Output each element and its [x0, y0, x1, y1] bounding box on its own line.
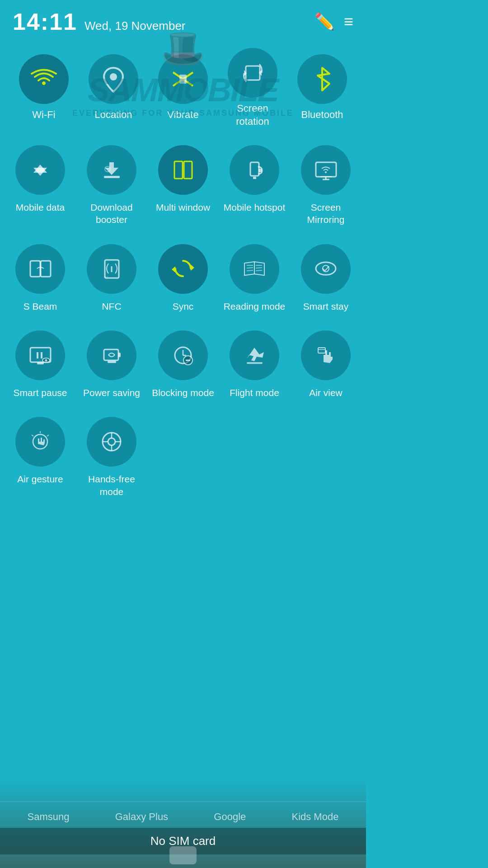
svg-rect-38 — [104, 349, 118, 360]
home-button[interactable] — [169, 846, 197, 864]
flight-mode-circle[interactable] — [230, 330, 279, 380]
tab-kids-mode[interactable]: Kids Mode — [282, 807, 347, 827]
blocking-mode-label: Blocking mode — [152, 387, 214, 399]
svg-point-51 — [108, 438, 115, 445]
nfc-label: NFC — [102, 300, 121, 312]
grid-item-mobile-data[interactable]: Mobile data — [5, 137, 76, 236]
air-gesture-icon — [28, 429, 53, 454]
mobile-hotspot-icon — [242, 158, 267, 183]
toggle-bluetooth-circle[interactable] — [297, 54, 347, 104]
bluetooth-icon — [312, 66, 333, 93]
svg-rect-4 — [246, 66, 260, 80]
toggle-screen-rotation-label: Screen rotation — [221, 102, 284, 128]
air-view-label: Air view — [309, 387, 343, 399]
mobile-data-icon — [28, 158, 53, 183]
grid-item-air-view[interactable]: Air view — [290, 322, 361, 409]
power-saving-icon — [99, 343, 124, 368]
grid-item-hands-free-mode[interactable]: Hands-free mode — [76, 409, 147, 508]
toggle-wifi[interactable]: Wi-Fi — [12, 54, 75, 122]
multi-window-icon — [171, 158, 196, 183]
blocking-mode-circle[interactable] — [158, 330, 208, 380]
toggle-vibrate-circle[interactable] — [158, 54, 208, 104]
smart-pause-circle[interactable] — [15, 330, 65, 380]
svg-marker-21 — [191, 264, 194, 271]
toggle-screen-rotation-circle[interactable] — [228, 48, 277, 98]
multi-window-label: Multi window — [156, 201, 210, 213]
tab-galaxy-plus[interactable]: Galaxy Plus — [106, 807, 177, 827]
air-gesture-circle[interactable] — [15, 417, 65, 467]
grid-item-blocking-mode[interactable]: Blocking mode — [147, 322, 219, 409]
mobile-hotspot-circle[interactable] — [230, 145, 279, 195]
nfc-circle[interactable]: NFC — [87, 244, 136, 294]
status-bar: 14:11 Wed, 19 November ✏️ ≡ — [0, 0, 366, 39]
power-saving-circle[interactable] — [87, 330, 136, 380]
download-booster-icon — [99, 158, 124, 183]
svg-point-31 — [323, 265, 329, 272]
grid-item-smart-stay[interactable]: Smart stay — [290, 236, 361, 322]
grid-item-mobile-hotspot[interactable]: Mobile hotspot — [219, 137, 290, 236]
s-beam-label: S Beam — [23, 300, 57, 312]
svg-line-25 — [247, 268, 253, 268]
toggle-wifi-label: Wi-Fi — [32, 108, 55, 122]
toggle-screen-rotation[interactable]: Screen rotation — [221, 48, 284, 128]
toggle-vibrate[interactable]: Vibrate — [151, 54, 215, 122]
toggle-location[interactable]: Location — [82, 54, 145, 122]
grid-item-multi-window[interactable]: Multi window — [147, 137, 219, 236]
location-icon — [102, 66, 125, 93]
grid-item-reading-mode[interactable]: Reading mode — [219, 236, 290, 322]
grid-item-screen-mirroring[interactable]: Screen Mirroring — [290, 137, 361, 236]
svg-rect-18 — [41, 261, 51, 277]
toggle-wifi-circle[interactable] — [19, 54, 69, 104]
hands-free-mode-circle[interactable] — [87, 417, 136, 467]
svg-rect-11 — [184, 161, 192, 179]
no-sim-text: No SIM card — [150, 834, 216, 848]
toggle-vibrate-label: Vibrate — [167, 108, 198, 122]
svg-rect-12 — [250, 162, 259, 176]
grid-item-nfc[interactable]: NFC NFC — [76, 236, 147, 322]
tab-google[interactable]: Google — [205, 807, 255, 827]
air-gesture-label: Air gesture — [17, 473, 63, 485]
download-booster-circle[interactable] — [87, 145, 136, 195]
svg-marker-22 — [172, 266, 175, 273]
screen-mirroring-label: Screen Mirroring — [292, 201, 359, 226]
grid-item-sync[interactable]: Sync — [147, 236, 219, 322]
svg-line-26 — [247, 270, 253, 271]
toggle-location-label: Location — [94, 108, 132, 122]
air-view-circle[interactable] — [301, 330, 351, 380]
reading-mode-circle[interactable] — [230, 244, 279, 294]
grid-item-power-saving[interactable]: Power saving — [76, 322, 147, 409]
menu-icon[interactable]: ≡ — [344, 12, 353, 31]
smart-stay-circle[interactable] — [301, 244, 351, 294]
s-beam-icon — [28, 256, 53, 281]
mobile-data-circle[interactable] — [15, 145, 65, 195]
svg-line-28 — [256, 268, 262, 268]
svg-rect-40 — [108, 361, 116, 363]
tab-samsung[interactable]: Samsung — [19, 807, 79, 827]
bottom-tabs: Samsung Galaxy Plus Google Kids Mode — [0, 802, 366, 827]
smart-pause-label: Smart pause — [13, 387, 67, 399]
grid-item-download-booster[interactable]: Download booster — [76, 137, 147, 236]
edit-icon[interactable]: ✏️ — [314, 12, 335, 31]
reading-mode-icon — [242, 256, 267, 281]
grid-item-smart-pause[interactable]: Smart pause — [5, 322, 76, 409]
grid-item-flight-mode[interactable]: Flight mode — [219, 322, 290, 409]
svg-rect-14 — [253, 177, 256, 179]
svg-rect-8 — [104, 176, 120, 178]
sync-circle[interactable] — [158, 244, 208, 294]
wifi-icon — [30, 68, 57, 90]
smart-stay-icon — [314, 256, 338, 281]
screen-mirroring-circle[interactable] — [301, 145, 351, 195]
flight-mode-label: Flight mode — [230, 387, 279, 399]
time-display: 14:11 — [13, 8, 77, 35]
svg-rect-39 — [118, 353, 121, 357]
svg-text:NFC: NFC — [104, 276, 109, 278]
multi-window-circle[interactable] — [158, 145, 208, 195]
grid-item-air-gesture[interactable]: Air gesture — [5, 409, 76, 508]
reading-mode-label: Reading mode — [224, 300, 286, 312]
grid-item-s-beam[interactable]: S Beam — [5, 236, 76, 322]
toggle-location-circle[interactable] — [89, 54, 138, 104]
screen-mirroring-icon — [314, 158, 338, 183]
s-beam-circle[interactable] — [15, 244, 65, 294]
toggle-bluetooth[interactable]: Bluetooth — [291, 54, 354, 122]
nfc-icon: NFC — [99, 256, 124, 281]
